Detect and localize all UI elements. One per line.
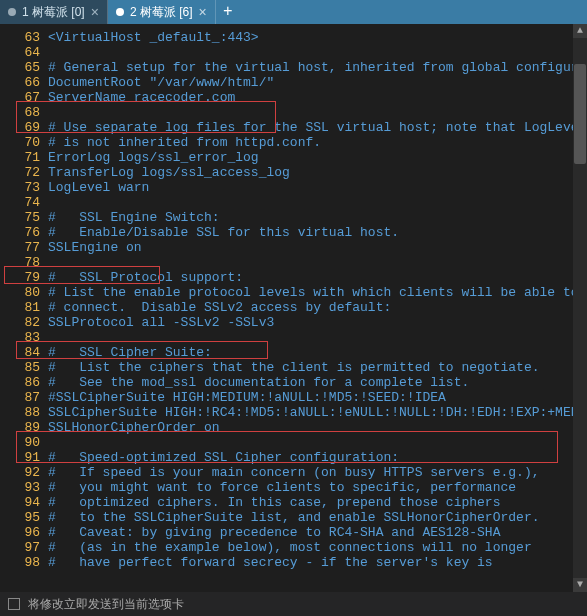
tab-bar: 1 树莓派 [0] × 2 树莓派 [6] × + xyxy=(0,0,587,24)
line-text: # connect. Disable SSLv2 access by defau… xyxy=(48,300,391,315)
vertical-scrollbar[interactable]: ▲ ▼ xyxy=(573,24,587,592)
code-line[interactable]: 69# Use separate log files for the SSL v… xyxy=(0,120,587,135)
status-bar: 将修改立即发送到当前选项卡 xyxy=(0,592,587,616)
code-line[interactable]: 92# If speed is your main concern (on bu… xyxy=(0,465,587,480)
code-line[interactable]: 76# Enable/Disable SSL for this virtual … xyxy=(0,225,587,240)
code-line[interactable]: 80# List the enable protocol levels with… xyxy=(0,285,587,300)
code-line[interactable]: 88SSLCipherSuite HIGH:!RC4:!MD5:!aNULL:!… xyxy=(0,405,587,420)
scroll-down-icon[interactable]: ▼ xyxy=(573,578,587,592)
line-number: 72 xyxy=(0,165,48,180)
tab-item-2[interactable]: 2 树莓派 [6] × xyxy=(108,0,216,24)
line-number: 68 xyxy=(0,105,48,120)
line-number: 69 xyxy=(0,120,48,135)
line-text: LogLevel warn xyxy=(48,180,149,195)
code-line[interactable]: 64 xyxy=(0,45,587,60)
line-number: 97 xyxy=(0,540,48,555)
code-line[interactable]: 91# Speed-optimized SSL Cipher configura… xyxy=(0,450,587,465)
code-line[interactable]: 74 xyxy=(0,195,587,210)
line-number: 79 xyxy=(0,270,48,285)
code-line[interactable]: 94# optimized ciphers. In this case, pre… xyxy=(0,495,587,510)
code-line[interactable]: 84# SSL Cipher Suite: xyxy=(0,345,587,360)
line-text: SSLProtocol all -SSLv2 -SSLv3 xyxy=(48,315,274,330)
line-number: 92 xyxy=(0,465,48,480)
line-number: 64 xyxy=(0,45,48,60)
dot-icon xyxy=(8,8,16,16)
line-number: 91 xyxy=(0,450,48,465)
line-number: 67 xyxy=(0,90,48,105)
line-number: 84 xyxy=(0,345,48,360)
line-text: DocumentRoot "/var/www/html/" xyxy=(48,75,274,90)
code-line[interactable]: 89SSLHonorCipherOrder on xyxy=(0,420,587,435)
line-number: 74 xyxy=(0,195,48,210)
code-line[interactable]: 96# Caveat: by giving precedence to RC4-… xyxy=(0,525,587,540)
code-line[interactable]: 90 xyxy=(0,435,587,450)
line-number: 82 xyxy=(0,315,48,330)
line-text: TransferLog logs/ssl_access_log xyxy=(48,165,290,180)
line-text: # See the mod_ssl documentation for a co… xyxy=(48,375,469,390)
code-line[interactable]: 68 xyxy=(0,105,587,120)
line-text: # you might want to force clients to spe… xyxy=(48,480,516,495)
code-line[interactable]: 79# SSL Protocol support: xyxy=(0,270,587,285)
line-text: # General setup for the virtual host, in… xyxy=(48,60,587,75)
line-text: # If speed is your main concern (on busy… xyxy=(48,465,539,480)
line-text: #SSLCipherSuite HIGH:MEDIUM:!aNULL:!MD5:… xyxy=(48,390,446,405)
tab-item-1[interactable]: 1 树莓派 [0] × xyxy=(0,0,108,24)
line-number: 83 xyxy=(0,330,48,345)
line-text: # List the ciphers that the client is pe… xyxy=(48,360,539,375)
code-line[interactable]: 71ErrorLog logs/ssl_error_log xyxy=(0,150,587,165)
new-tab-button[interactable]: + xyxy=(216,0,240,24)
scroll-up-icon[interactable]: ▲ xyxy=(573,24,587,38)
line-text: # optimized ciphers. In this case, prepe… xyxy=(48,495,500,510)
code-line[interactable]: 83 xyxy=(0,330,587,345)
code-line[interactable]: 75# SSL Engine Switch: xyxy=(0,210,587,225)
line-text: SSLCipherSuite HIGH:!RC4:!MD5:!aNULL:!eN… xyxy=(48,405,587,420)
close-icon[interactable]: × xyxy=(199,4,207,20)
code-line[interactable]: 86# See the mod_ssl documentation for a … xyxy=(0,375,587,390)
line-number: 89 xyxy=(0,420,48,435)
line-text: # (as in the example below), most connec… xyxy=(48,540,532,555)
code-line[interactable]: 81# connect. Disable SSLv2 access by def… xyxy=(0,300,587,315)
code-line[interactable]: 85# List the ciphers that the client is … xyxy=(0,360,587,375)
close-icon[interactable]: × xyxy=(91,4,99,20)
line-number: 87 xyxy=(0,390,48,405)
line-text: # to the SSLCipherSuite list, and enable… xyxy=(48,510,539,525)
code-line[interactable]: 67ServerName racecoder.com xyxy=(0,90,587,105)
scroll-thumb[interactable] xyxy=(574,64,586,164)
line-text: # SSL Engine Switch: xyxy=(48,210,220,225)
code-line[interactable]: 66DocumentRoot "/var/www/html/" xyxy=(0,75,587,90)
line-number: 65 xyxy=(0,60,48,75)
line-text: # Use separate log files for the SSL vir… xyxy=(48,120,586,135)
status-checkbox[interactable] xyxy=(8,598,20,610)
line-number: 66 xyxy=(0,75,48,90)
line-number: 81 xyxy=(0,300,48,315)
line-text: # Speed-optimized SSL Cipher configurati… xyxy=(48,450,399,465)
line-text: SSLEngine on xyxy=(48,240,142,255)
code-line[interactable]: 65# General setup for the virtual host, … xyxy=(0,60,587,75)
code-line[interactable]: 98# have perfect forward secrecy - if th… xyxy=(0,555,587,570)
line-number: 63 xyxy=(0,30,48,45)
code-line[interactable]: 70# is not inherited from httpd.conf. xyxy=(0,135,587,150)
line-number: 70 xyxy=(0,135,48,150)
line-number: 71 xyxy=(0,150,48,165)
line-number: 75 xyxy=(0,210,48,225)
line-number: 93 xyxy=(0,480,48,495)
code-line[interactable]: 97# (as in the example below), most conn… xyxy=(0,540,587,555)
line-number: 78 xyxy=(0,255,48,270)
code-line[interactable]: 93# you might want to force clients to s… xyxy=(0,480,587,495)
code-line[interactable]: 82SSLProtocol all -SSLv2 -SSLv3 xyxy=(0,315,587,330)
code-line[interactable]: 78 xyxy=(0,255,587,270)
line-number: 73 xyxy=(0,180,48,195)
line-text: ErrorLog logs/ssl_error_log xyxy=(48,150,259,165)
code-line[interactable]: 72TransferLog logs/ssl_access_log xyxy=(0,165,587,180)
line-text: ServerName racecoder.com xyxy=(48,90,235,105)
code-line[interactable]: 77SSLEngine on xyxy=(0,240,587,255)
code-line[interactable]: 73LogLevel warn xyxy=(0,180,587,195)
tab-label: 1 树莓派 [0] xyxy=(22,4,85,21)
code-line[interactable]: 63<VirtualHost _default_:443> xyxy=(0,30,587,45)
line-number: 88 xyxy=(0,405,48,420)
code-editor[interactable]: 63<VirtualHost _default_:443>6465# Gener… xyxy=(0,24,587,592)
line-text: # Caveat: by giving precedence to RC4-SH… xyxy=(48,525,500,540)
code-line[interactable]: 87#SSLCipherSuite HIGH:MEDIUM:!aNULL:!MD… xyxy=(0,390,587,405)
line-number: 86 xyxy=(0,375,48,390)
code-line[interactable]: 95# to the SSLCipherSuite list, and enab… xyxy=(0,510,587,525)
